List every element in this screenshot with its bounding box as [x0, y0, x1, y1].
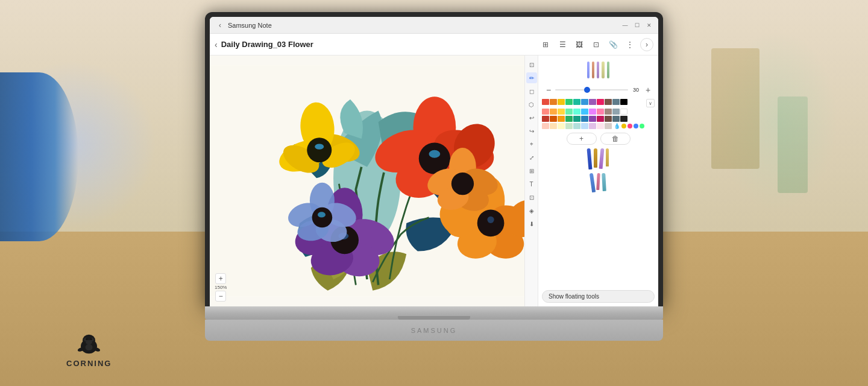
palette-expand-btn[interactable]: ∨: [646, 99, 655, 107]
color-cell[interactable]: [573, 123, 580, 129]
color-cell[interactable]: [542, 116, 549, 122]
color-cell[interactable]: [597, 116, 604, 122]
color-cell[interactable]: [589, 123, 596, 129]
photo-icon[interactable]: ⊡: [590, 38, 603, 51]
color-cell[interactable]: [581, 123, 588, 129]
attach-icon[interactable]: 📎: [606, 38, 620, 51]
minimize-btn[interactable]: —: [621, 21, 629, 30]
color-cell[interactable]: [542, 99, 549, 105]
add-preset-btn[interactable]: +: [567, 133, 597, 145]
color-cell[interactable]: [573, 99, 580, 105]
color-cell[interactable]: [542, 109, 549, 115]
pen-type-3[interactable]: [597, 62, 599, 78]
eyedropper-icon[interactable]: 💧: [614, 123, 620, 129]
color-cell[interactable]: [589, 116, 596, 122]
color-cell[interactable]: [558, 99, 565, 105]
color-cell[interactable]: [620, 99, 627, 105]
color-cell[interactable]: [589, 99, 596, 105]
pen-type-5[interactable]: [607, 62, 609, 78]
panel-right-tool[interactable]: ⊡: [526, 59, 537, 70]
panel-toggle-icon[interactable]: ⊞: [539, 38, 552, 51]
color-cell[interactable]: [581, 109, 588, 115]
laptop-screen: ‹ Samsung Note — ☐ ✕ ‹ Daily Drawing_03 …: [210, 17, 658, 306]
color-cell[interactable]: [581, 116, 588, 122]
size-track[interactable]: [555, 89, 628, 90]
color-cell[interactable]: [565, 123, 573, 129]
svg-point-25: [487, 217, 494, 223]
laptop-base: [205, 306, 663, 320]
window-controls: — ☐ ✕: [621, 21, 653, 30]
preset-pen-4[interactable]: [606, 148, 609, 169]
preset-pen-7[interactable]: [602, 173, 606, 192]
pen-type-2[interactable]: [592, 62, 594, 78]
color-cell[interactable]: [605, 123, 612, 129]
app-toolbar: ⊞ ☰ 🖼 ⊡ 📎 ⋮ ›: [539, 38, 653, 51]
color-cell[interactable]: [550, 116, 557, 122]
color-cell[interactable]: [612, 109, 620, 115]
show-floating-tools-btn[interactable]: Show floating tools: [542, 290, 655, 303]
layer-tool[interactable]: ⊞: [526, 165, 537, 176]
color-cell[interactable]: [565, 99, 573, 105]
color-cell[interactable]: [605, 109, 612, 115]
color-cell[interactable]: [550, 109, 557, 115]
preset-pen-1[interactable]: [588, 148, 591, 169]
preset-pen-3[interactable]: [600, 148, 603, 169]
delete-preset-btn[interactable]: 🗑: [600, 133, 631, 145]
color-cell[interactable]: [558, 123, 565, 129]
more-options-icon[interactable]: ⋮: [623, 38, 637, 51]
pen-type-4[interactable]: [602, 62, 605, 78]
title-bar-back-btn[interactable]: ‹: [215, 20, 225, 31]
size-thumb[interactable]: [584, 87, 590, 93]
shape-tool[interactable]: ⬡: [526, 99, 537, 110]
color-cell[interactable]: [550, 99, 557, 105]
color-cell[interactable]: [565, 116, 573, 122]
color-cell[interactable]: [597, 109, 604, 115]
title-bar-app-name: Samsung Note: [228, 22, 272, 29]
preset-pen-6[interactable]: [597, 173, 600, 192]
text-tool[interactable]: T: [526, 179, 537, 189]
size-control: − 30 +: [542, 84, 655, 95]
app-back-btn[interactable]: ‹: [215, 40, 218, 49]
color-cell[interactable]: [620, 116, 627, 122]
image-icon[interactable]: 🖼: [573, 38, 586, 51]
eraser-tool[interactable]: ◻: [526, 86, 537, 96]
color-cell[interactable]: [605, 99, 612, 105]
maximize-btn[interactable]: ☐: [633, 21, 641, 30]
pen-tool[interactable]: ✏: [526, 72, 537, 83]
color-cell[interactable]: [589, 109, 596, 115]
color-cell[interactable]: [581, 99, 588, 105]
redo-tool[interactable]: ↪: [526, 125, 537, 136]
drawing-canvas[interactable]: + 150% −: [210, 55, 524, 306]
zoom-in-btn[interactable]: +: [215, 273, 226, 284]
pen-type-1[interactable]: [587, 62, 590, 78]
preset-pen-5[interactable]: [591, 173, 594, 192]
flower-illustration: [210, 55, 524, 306]
color-cell[interactable]: [597, 123, 604, 129]
color-cell[interactable]: [542, 123, 549, 129]
color-cell[interactable]: [573, 116, 580, 122]
fill-tool[interactable]: ◈: [526, 205, 537, 216]
size-decrease-btn[interactable]: −: [544, 86, 553, 94]
color-cell[interactable]: [605, 116, 612, 122]
preset-pen-2[interactable]: [594, 148, 597, 169]
note-icon[interactable]: ☰: [556, 38, 569, 51]
color-cell[interactable]: [550, 123, 557, 129]
color-cell[interactable]: [612, 99, 620, 105]
import-tool[interactable]: ⬇: [526, 218, 537, 229]
size-increase-btn[interactable]: +: [644, 86, 652, 94]
color-cell[interactable]: [558, 116, 565, 122]
color-cell[interactable]: [620, 109, 627, 115]
nav-forward-btn[interactable]: ›: [640, 38, 653, 51]
undo-tool[interactable]: ↩: [526, 112, 537, 123]
color-cell[interactable]: [565, 109, 573, 115]
color-cell[interactable]: [573, 109, 580, 115]
crop-tool[interactable]: ⊡: [526, 192, 537, 203]
move-tool[interactable]: ⤢: [526, 152, 537, 163]
zoom-out-btn[interactable]: −: [215, 291, 226, 302]
select-tool[interactable]: ⌖: [526, 139, 537, 150]
color-cell[interactable]: [597, 99, 604, 105]
close-btn[interactable]: ✕: [645, 21, 653, 30]
color-cell[interactable]: [612, 116, 620, 122]
bg-plant: [778, 96, 808, 193]
color-cell[interactable]: [558, 109, 565, 115]
